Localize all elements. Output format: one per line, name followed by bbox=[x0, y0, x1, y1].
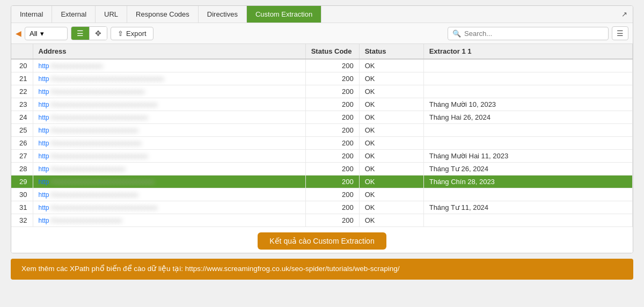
row-status: OK bbox=[359, 176, 423, 188]
row-status-code: 200 bbox=[305, 98, 359, 111]
row-extractor bbox=[423, 188, 632, 201]
row-status-code: 200 bbox=[305, 72, 359, 85]
row-extractor bbox=[423, 124, 632, 137]
table-row[interactable]: 30 http://xxxxxxxxxxxxxxxxxxxxxxxxxx 200… bbox=[11, 188, 633, 201]
tooltip-bubble: Kết quả cào Custom Extraction bbox=[258, 232, 386, 250]
table-row[interactable]: 21 http://xxxxxxxxxxxxxxxxxxxxxxxxxxxxxx… bbox=[11, 72, 633, 85]
row-status: OK bbox=[359, 188, 423, 201]
tab-external[interactable]: External bbox=[52, 6, 96, 23]
table-row[interactable]: 31 http://xxxxxxxxxxxxxxxxxxxxxxxxxxxxxx… bbox=[11, 201, 633, 214]
tab-directives[interactable]: Directives bbox=[199, 6, 247, 23]
row-address: http://xxxxxxxxxxxxxxxxxxxxxxxxxxxxx bbox=[33, 150, 305, 163]
search-icon: 🔍 bbox=[452, 30, 461, 38]
row-num: 32 bbox=[11, 214, 33, 227]
row-extractor: Tháng Tư 11, 2024 bbox=[423, 201, 632, 214]
tab-response-codes[interactable]: Response Codes bbox=[127, 6, 199, 23]
table-row[interactable]: 25 http://xxxxxxxxxxxxxxxxxxxxxxxxxx 200… bbox=[11, 124, 633, 137]
table-row[interactable]: 26 http://xxxxxxxxxxxxxxxxxxxxxxxxxxx 20… bbox=[11, 137, 633, 150]
row-num: 25 bbox=[11, 124, 33, 137]
row-status: OK bbox=[359, 85, 423, 98]
row-address: http://xxxxxxxxxxxxxxxxxxxxxxxxxxxxxxxxx… bbox=[33, 72, 305, 85]
row-extractor: Tháng Mười 10, 2023 bbox=[423, 98, 632, 111]
tab-bar: Internal External URL Response Codes Dir… bbox=[11, 6, 633, 23]
row-address: http://xxxxxxxxxxxxxxxxxxxxxxxxxxx bbox=[33, 137, 305, 150]
advanced-filter-button[interactable]: ☰ bbox=[612, 26, 628, 40]
row-extractor bbox=[423, 137, 632, 150]
col-extractor: Extractor 1 1 bbox=[423, 44, 632, 59]
tree-view-button[interactable]: ✥ bbox=[90, 27, 107, 40]
row-extractor bbox=[423, 85, 632, 98]
row-address: http://xxxxxxxxxxxxxxxxxxxxxxxxxxxxxxxx bbox=[33, 98, 305, 111]
export-button[interactable]: ⇧ Export bbox=[111, 27, 153, 40]
row-status: OK bbox=[359, 214, 423, 227]
table-row[interactable]: 32 http://xxxxxxxxxxxxxxxxxxxxx 200 OK bbox=[11, 214, 633, 227]
row-extractor bbox=[423, 214, 632, 227]
row-address: http://xxxxxxxxxxxxxxxxxxxxxxxxxxxx bbox=[33, 85, 305, 98]
row-status: OK bbox=[359, 137, 423, 150]
list-view-button[interactable]: ☰ bbox=[71, 27, 90, 40]
table-row[interactable]: 27 http://xxxxxxxxxxxxxxxxxxxxxxxxxxxxx … bbox=[11, 150, 633, 163]
row-status-code: 200 bbox=[305, 163, 359, 176]
row-num: 26 bbox=[11, 137, 33, 150]
row-num: 31 bbox=[11, 201, 33, 214]
table-row[interactable]: 24 http://xxxxxxxxxxxxxxxxxxxxxxxxxxxxx … bbox=[11, 111, 633, 124]
search-input[interactable] bbox=[464, 30, 604, 38]
row-status: OK bbox=[359, 201, 423, 214]
row-status: OK bbox=[359, 59, 423, 72]
row-num: 29 bbox=[11, 176, 33, 188]
table-row[interactable]: 28 http://xxxxxxxxxxxxxxxxxxxxxx 200 OK … bbox=[11, 163, 633, 176]
row-status-code: 200 bbox=[305, 137, 359, 150]
row-extractor: Tháng Hai 26, 2024 bbox=[423, 111, 632, 124]
toolbar: ◀ All ☰ ✥ ⇧ Export 🔍 ☰ bbox=[11, 23, 633, 44]
row-status: OK bbox=[359, 72, 423, 85]
data-table: Address Status Code Status Extractor 1 1… bbox=[11, 44, 633, 227]
row-status-code: 200 bbox=[305, 150, 359, 163]
row-status-code: 200 bbox=[305, 124, 359, 137]
row-status-code: 200 bbox=[305, 188, 359, 201]
row-num: 20 bbox=[11, 59, 33, 72]
row-status: OK bbox=[359, 111, 423, 124]
row-status-code: 200 bbox=[305, 59, 359, 72]
row-num: 23 bbox=[11, 98, 33, 111]
row-status-code: 200 bbox=[305, 214, 359, 227]
row-address: http://xxxxxxxxxxxxxxx bbox=[33, 59, 305, 72]
filter-dropdown[interactable]: All bbox=[25, 27, 68, 40]
row-extractor bbox=[423, 59, 632, 72]
table-row[interactable]: 22 http://xxxxxxxxxxxxxxxxxxxxxxxxxxxx 2… bbox=[11, 85, 633, 98]
row-num: 27 bbox=[11, 150, 33, 163]
row-status: OK bbox=[359, 150, 423, 163]
search-box[interactable]: 🔍 bbox=[448, 27, 609, 40]
data-table-container: Address Status Code Status Extractor 1 1… bbox=[11, 44, 633, 227]
tab-url[interactable]: URL bbox=[96, 6, 127, 23]
chevron-down-icon bbox=[40, 30, 44, 38]
col-status-code: Status Code bbox=[305, 44, 359, 59]
table-row[interactable]: 23 http://xxxxxxxxxxxxxxxxxxxxxxxxxxxxxx… bbox=[11, 98, 633, 111]
row-status-code: 200 bbox=[305, 201, 359, 214]
expand-icon: ↗ bbox=[621, 10, 627, 18]
row-status: OK bbox=[359, 98, 423, 111]
row-extractor: Tháng Chín 28, 2023 bbox=[423, 176, 632, 188]
row-address: http://xxxxxxxxxxxxxxxxxxxxxxxxxx bbox=[33, 188, 305, 201]
row-num: 30 bbox=[11, 188, 33, 201]
tab-expand-icon[interactable]: ↗ bbox=[616, 6, 633, 23]
table-row[interactable]: 20 http://xxxxxxxxxxxxxxx 200 OK bbox=[11, 59, 633, 72]
table-row[interactable]: 29 http://xxxxxxxxxxxxxxxxxxxxxxxxxxxxxx… bbox=[11, 176, 633, 188]
row-num: 21 bbox=[11, 72, 33, 85]
col-address: Address bbox=[33, 44, 305, 59]
row-status-code: 200 bbox=[305, 176, 359, 188]
export-label: Export bbox=[126, 30, 147, 38]
export-icon: ⇧ bbox=[118, 30, 123, 38]
row-extractor bbox=[423, 72, 632, 85]
row-address: http://xxxxxxxxxxxxxxxxxxxxxxxxxxxxx bbox=[33, 111, 305, 124]
main-window: Internal External URL Response Codes Dir… bbox=[11, 5, 633, 253]
row-num: 24 bbox=[11, 111, 33, 124]
row-status: OK bbox=[359, 163, 423, 176]
row-status-code: 200 bbox=[305, 85, 359, 98]
tab-internal[interactable]: Internal bbox=[11, 6, 52, 23]
row-address: http://xxxxxxxxxxxxxxxxxxxxx bbox=[33, 214, 305, 227]
bottom-banner: Xem thêm các XPath phổ biến để cào dữ li… bbox=[11, 259, 633, 280]
col-num bbox=[11, 44, 33, 59]
row-num: 28 bbox=[11, 163, 33, 176]
tab-custom-extraction[interactable]: Custom Extraction bbox=[247, 6, 321, 23]
tooltip-container: Kết quả cào Custom Extraction bbox=[11, 227, 633, 253]
